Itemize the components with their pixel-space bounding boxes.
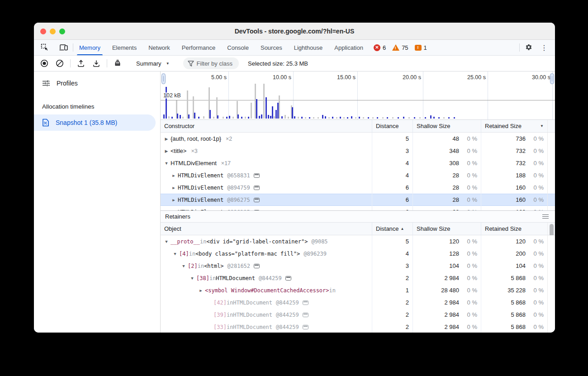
zoom-window-button[interactable] [59,29,65,34]
range-handle-right[interactable] [550,73,554,84]
expand-arrow-icon[interactable]: ▶ [171,186,176,190]
retainer-row[interactable]: ▼__proto__ in <div id="grid-label-contai… [161,235,555,247]
constructor-row[interactable]: ▶{auth, root, root-1p}×25480 %7360 % [161,133,555,145]
constructor-row[interactable]: ▶HTMLDivElement@6588314280 %1880 % [161,169,555,181]
tab-application[interactable]: Application [328,40,369,55]
expand-collapse-icon[interactable]: ▼ [164,239,169,244]
reveal-in-elements-icon[interactable] [285,276,291,281]
allocation-bar [355,117,356,119]
column-retained-size[interactable]: Retained Size▼ [481,120,547,132]
kebab-menu-icon[interactable]: ⋮ [538,42,550,53]
retainer-row[interactable]: ▶<symbol Window#DocumentCachedAccessor> … [161,284,555,296]
retainer-row[interactable]: ▼[2] in <html>@28165231040 %1040 % [161,260,555,272]
reveal-in-elements-icon[interactable] [303,313,308,317]
shallow-size-value: 348 [449,148,459,154]
close-window-button[interactable] [40,29,46,34]
save-profile-icon[interactable] [90,57,103,69]
load-profile-icon[interactable] [74,57,88,69]
column-distance[interactable]: Distance▲ [372,223,413,235]
expand-arrow-icon[interactable]: ▶ [171,198,176,202]
reveal-in-elements-icon[interactable] [254,186,260,190]
retainers-scrollbar[interactable] [547,223,555,235]
constructor-row[interactable]: ▼HTMLDivElement×1743080 %7320 % [161,157,555,169]
sidebar-item-snapshot-1[interactable]: Snapshot 1 (35.8 MB) [34,114,156,131]
allocation-bar [213,117,214,119]
constructor-row[interactable]: ▶HTMLDivElement@8962956280 %1600 % [161,206,555,210]
cell-object: [33] in HTMLDocument@844259 [161,324,372,330]
tab-sources[interactable]: Sources [255,40,288,55]
reveal-in-elements-icon[interactable] [254,210,260,211]
profiles-header[interactable]: Profiles [34,75,160,91]
expand-collapse-icon[interactable]: ▼ [181,264,186,268]
timeline-tick-label: 30.00 s [519,74,550,81]
constructor-row[interactable]: ▶HTMLDivElement@8962756280 %1600 % [161,194,555,206]
retainer-row[interactable]: [33] in HTMLDocument@84425922 9840 %5 86… [161,321,555,333]
scrollbar-track [547,296,555,309]
expand-arrow-icon[interactable]: ▶ [164,137,169,141]
cell-retained-size: 7320 % [481,157,547,169]
minimize-window-button[interactable] [50,29,56,34]
expand-arrow-icon[interactable]: ▶ [171,210,176,211]
tab-performance[interactable]: Performance [176,40,221,55]
device-toolbar-icon[interactable] [57,42,70,53]
error-count-badge[interactable]: ✕ 6 [374,44,386,51]
column-retained-size[interactable]: Retained Size [481,223,547,235]
range-handle-left[interactable] [161,73,166,84]
column-shallow-size[interactable]: Shallow Size [413,223,481,235]
retainer-row[interactable]: [39] in HTMLDocument@84425922 9840 %5 86… [161,309,555,321]
issues-count-badge[interactable]: ! 1 [415,44,427,51]
reveal-in-elements-icon[interactable] [254,198,260,202]
expand-collapse-icon[interactable]: ▼ [164,161,169,166]
allocation-bar [268,115,269,119]
allocation-timeline-chart[interactable]: 102 kB 5.00 s10.00 s15.00 s20.00 s25.00 … [161,71,555,120]
column-shallow-size[interactable]: Shallow Size [413,120,481,132]
tab-console[interactable]: Console [221,40,255,55]
constructor-row[interactable]: ▶HTMLDivElement@8947596280 %1600 % [161,181,555,194]
cell-retained-size: 1880 % [481,169,547,181]
expand-arrow-icon[interactable]: ▶ [199,288,203,293]
retained-size-value: 104 [516,262,526,269]
retainers-section-bar[interactable]: Retainers [161,210,555,223]
expand-arrow-icon[interactable]: ▶ [164,149,169,153]
expand-collapse-icon[interactable]: ▼ [173,252,177,256]
retainer-in-label: in [198,263,204,269]
cell-retained-size: 5 8680 % [481,309,547,321]
reveal-in-elements-icon[interactable] [254,173,260,178]
perspective-select[interactable]: Summary▼ [133,59,173,68]
reveal-in-elements-icon[interactable] [303,300,308,305]
expand-arrow-icon[interactable]: ▶ [171,173,176,178]
retained-size-value: 200 [516,250,526,257]
retainer-row[interactable]: ▼[38] in HTMLDocument@84425922 9840 %5 8… [161,272,555,284]
column-constructor[interactable]: Constructor [161,123,372,129]
scrollbar-track [547,145,555,157]
retainer-row[interactable]: ▼[4] in <body class="platform-mac fill">… [161,247,555,260]
constructor-row[interactable]: ▶<title>×333480 %7320 % [161,145,555,157]
clear-profiles-icon[interactable] [53,57,66,69]
reveal-in-elements-icon[interactable] [254,264,260,268]
retained-size-percent: 0 % [526,209,544,210]
cell-shallow-size: 2 9840 % [413,296,481,309]
class-filter-input[interactable]: Filter by class [183,57,239,69]
tab-memory[interactable]: Memory [73,40,106,55]
column-object[interactable]: Object [161,225,372,232]
expand-collapse-icon[interactable]: ▼ [190,276,194,281]
reveal-in-elements-icon[interactable] [303,325,308,329]
distance-value: 5 [406,135,409,142]
allocation-bar [272,106,273,119]
snapshot-label: Snapshot 1 (35.8 MB) [56,119,117,126]
constructor-scrollbar[interactable] [547,120,555,132]
section-grip-icon[interactable] [542,214,550,219]
record-heap-icon[interactable] [38,57,51,69]
cell-distance: 3 [372,260,413,272]
constructor-name: <title> [171,148,186,154]
tab-network[interactable]: Network [142,40,176,55]
retainer-in-label: in [209,275,216,281]
warning-count-badge[interactable]: 75 [392,44,408,51]
settings-gear-icon[interactable] [522,42,535,53]
retainer-row[interactable]: [42] in HTMLDocument@84425922 9840 %5 86… [161,296,555,309]
tab-lighthouse[interactable]: Lighthouse [288,40,329,55]
inspect-element-icon[interactable] [38,42,51,53]
tab-elements[interactable]: Elements [106,40,142,55]
column-distance[interactable]: Distance [372,120,413,132]
collect-garbage-icon[interactable] [111,57,124,69]
